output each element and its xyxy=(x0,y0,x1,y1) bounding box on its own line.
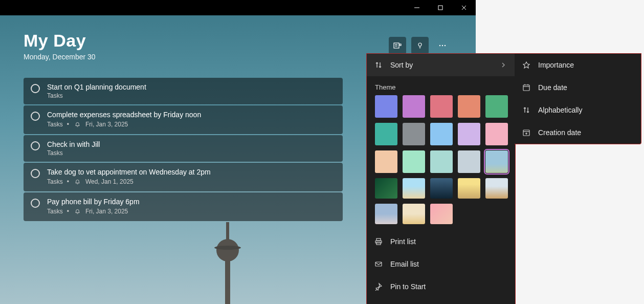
email-list-menu-item[interactable]: Email list xyxy=(367,253,515,275)
svg-rect-23 xyxy=(523,85,529,91)
theme-color-swatch[interactable] xyxy=(485,123,508,145)
sort-creation-date[interactable]: Creation date xyxy=(515,121,641,144)
theme-color-swatch[interactable] xyxy=(375,123,397,145)
theme-image-swatch[interactable] xyxy=(403,204,425,224)
theme-color-swatch[interactable] xyxy=(375,150,397,173)
theme-swatch-grid xyxy=(367,95,515,224)
print-label: Print list xyxy=(390,237,416,246)
print-icon xyxy=(374,237,383,246)
task-title: Check in with Jill xyxy=(47,140,336,148)
task-list-name: Tasks xyxy=(47,92,63,99)
theme-color-swatch[interactable] xyxy=(430,123,453,145)
star-icon xyxy=(522,60,531,70)
task-complete-circle[interactable] xyxy=(31,199,40,208)
sort-alphabetically[interactable]: Alphabetically xyxy=(515,99,641,121)
sort-due-date[interactable]: Due date xyxy=(515,76,641,99)
ideas-button[interactable] xyxy=(411,37,429,54)
task-due: Fri, Jan 3, 2025 xyxy=(85,121,128,128)
task-list-name: Tasks xyxy=(47,208,63,215)
svg-rect-18 xyxy=(376,238,381,241)
svg-rect-4 xyxy=(394,43,399,48)
sort-submenu: Importance Due date Alphabetically Creat… xyxy=(515,53,641,144)
theme-color-swatch[interactable] xyxy=(430,150,453,173)
task-item[interactable]: Pay phone bill by Friday 6pm TasksFri, J… xyxy=(24,192,343,221)
theme-color-swatch[interactable] xyxy=(430,95,453,118)
more-options-button[interactable] xyxy=(434,37,451,54)
theme-color-swatch[interactable] xyxy=(403,95,425,118)
email-icon xyxy=(374,259,383,269)
task-meta: TasksFri, Jan 3, 2025 xyxy=(47,207,336,216)
theme-image-swatch[interactable] xyxy=(375,204,397,224)
sort-by-label: Sort by xyxy=(390,61,413,69)
theme-image-swatch[interactable] xyxy=(485,150,508,173)
theme-color-swatch[interactable] xyxy=(403,150,425,173)
sort-by-menu-item[interactable]: Sort by xyxy=(367,54,515,76)
sort-icon xyxy=(374,60,383,70)
theme-color-swatch[interactable] xyxy=(403,123,425,145)
svg-marker-22 xyxy=(523,62,529,68)
page-title: My Day xyxy=(24,31,96,51)
svg-rect-16 xyxy=(226,222,229,243)
email-label: Email list xyxy=(390,260,419,268)
theme-image-swatch[interactable] xyxy=(430,178,453,199)
titlebar xyxy=(0,0,476,15)
list-options-menu: Sort by Theme Print list Email list Pin … xyxy=(366,53,516,304)
reminder-icon xyxy=(73,120,82,129)
svg-rect-1 xyxy=(438,6,442,10)
reminder-icon xyxy=(73,207,82,216)
task-list-name: Tasks xyxy=(47,121,63,128)
task-meta: Tasks xyxy=(47,149,336,157)
task-due: Wed, Jan 1, 2025 xyxy=(85,178,134,185)
pin-label: Pin to Start xyxy=(390,283,426,291)
theme-color-swatch[interactable] xyxy=(485,95,508,118)
window-close-button[interactable] xyxy=(452,0,476,15)
pin-start-menu-item[interactable]: Pin to Start xyxy=(367,275,515,298)
theme-image-swatch[interactable] xyxy=(430,204,453,224)
theme-color-swatch[interactable] xyxy=(458,123,480,145)
print-list-menu-item[interactable]: Print list xyxy=(367,230,515,253)
chevron-right-icon xyxy=(499,60,508,70)
task-title: Pay phone bill by Friday 6pm xyxy=(47,198,336,206)
task-item[interactable]: Take dog to vet appointment on Wednesday… xyxy=(24,163,343,191)
svg-point-17 xyxy=(214,246,241,250)
window-maximize-button[interactable] xyxy=(429,0,452,15)
task-list-name: Tasks xyxy=(47,149,63,157)
suggestions-icon-button[interactable] xyxy=(389,37,406,54)
svg-point-12 xyxy=(445,45,446,46)
task-meta: TasksFri, Jan 3, 2025 xyxy=(47,120,336,129)
svg-rect-13 xyxy=(225,258,230,304)
pin-icon xyxy=(374,282,383,291)
task-complete-circle[interactable] xyxy=(31,84,40,93)
sort-icon xyxy=(522,105,531,115)
task-title: Complete expenses spreadsheet by Friday … xyxy=(47,111,336,119)
sort-importance[interactable]: Importance xyxy=(515,54,641,76)
page-header: My Day Monday, December 30 xyxy=(24,31,96,61)
theme-color-swatch[interactable] xyxy=(375,95,397,118)
lightbulb-icon xyxy=(415,41,425,50)
theme-color-swatch[interactable] xyxy=(458,150,480,173)
task-item[interactable]: Check in with Jill Tasks xyxy=(24,135,343,162)
task-item[interactable]: Start on Q1 planning document Tasks xyxy=(24,78,343,104)
svg-rect-21 xyxy=(375,262,382,266)
task-item[interactable]: Complete expenses spreadsheet by Friday … xyxy=(24,105,343,134)
task-complete-circle[interactable] xyxy=(31,169,40,178)
theme-image-swatch[interactable] xyxy=(458,178,480,199)
theme-image-swatch[interactable] xyxy=(485,178,508,199)
window-minimize-button[interactable] xyxy=(405,0,429,15)
task-meta: Tasks xyxy=(47,92,336,99)
calendar-icon xyxy=(522,83,531,92)
ellipsis-icon xyxy=(438,41,447,50)
task-due: Fri, Jan 3, 2025 xyxy=(85,208,128,215)
background-tower-silhouette xyxy=(205,222,251,304)
task-complete-circle[interactable] xyxy=(31,112,40,121)
theme-color-swatch[interactable] xyxy=(458,95,480,118)
sort-importance-label: Importance xyxy=(538,61,574,69)
calendar-plus-icon xyxy=(522,128,531,137)
page-date: Monday, December 30 xyxy=(24,53,96,61)
theme-image-swatch[interactable] xyxy=(403,178,425,199)
task-complete-circle[interactable] xyxy=(31,141,40,150)
task-title: Start on Q1 planning document xyxy=(47,83,336,91)
svg-rect-15 xyxy=(220,243,235,246)
svg-point-10 xyxy=(439,45,440,46)
theme-image-swatch[interactable] xyxy=(375,178,397,199)
